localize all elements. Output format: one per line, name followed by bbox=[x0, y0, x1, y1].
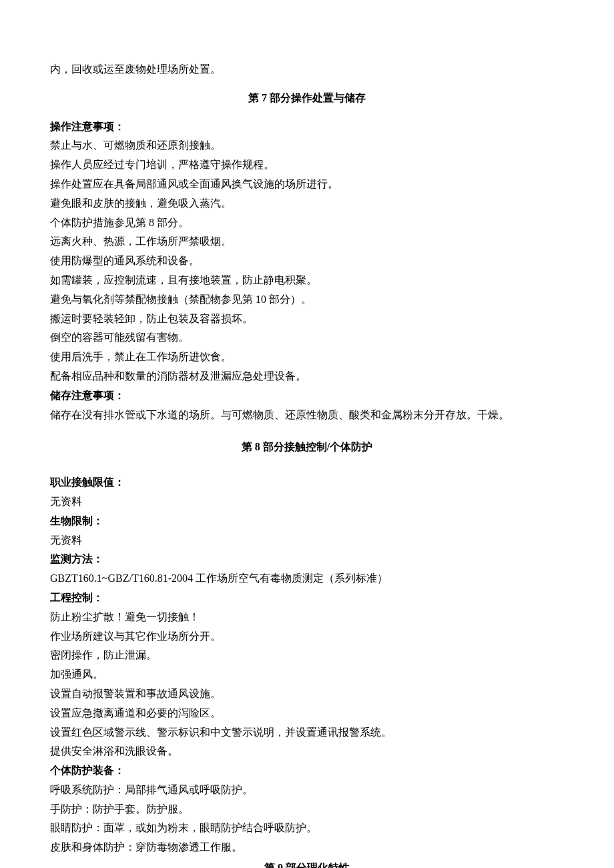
operation-precaution-line: 避免与氧化剂等禁配物接触（禁配物参见第 10 部分）。 bbox=[50, 290, 564, 310]
operation-precaution-line: 搬运时要轻装轻卸，防止包装及容器损坏。 bbox=[50, 310, 564, 329]
previous-section-fragment: 内，回收或运至废物处理场所处置。 bbox=[50, 60, 564, 79]
section-9-title: 第 9 部分理化特性 bbox=[50, 859, 564, 868]
monitoring-method-text: GBZT160.1~GBZ/T160.81-2004 工作场所空气有毒物质测定（… bbox=[50, 569, 564, 588]
section-7-title: 第 7 部分操作处置与储存 bbox=[50, 89, 564, 108]
ppe-line: 眼睛防护：面罩，或如为粉末，眼睛防护结合呼吸防护。 bbox=[50, 819, 564, 838]
operation-precaution-line: 倒空的容器可能残留有害物。 bbox=[50, 328, 564, 348]
occupational-exposure-text: 无资料 bbox=[50, 492, 564, 512]
operation-precaution-line: 远离火种、热源，工作场所严禁吸烟。 bbox=[50, 232, 564, 252]
biological-limit-text: 无资料 bbox=[50, 531, 564, 550]
engineering-control-line: 加强通风。 bbox=[50, 665, 564, 685]
biological-limit-heading: 生物限制： bbox=[50, 512, 564, 531]
engineering-control-line: 设置应急撤离通道和必要的泻险区。 bbox=[50, 704, 564, 723]
occupational-exposure-heading: 职业接触限值： bbox=[50, 473, 564, 492]
operation-precaution-line: 配备相应品种和数量的消防器材及泄漏应急处理设备。 bbox=[50, 367, 564, 386]
engineering-control-line: 防止粉尘扩散！避免一切接触！ bbox=[50, 608, 564, 627]
engineering-control-line: 设置红色区域警示线、警示标识和中文警示说明，并设置通讯报警系统。 bbox=[50, 723, 564, 743]
ppe-line: 皮肤和身体防护：穿防毒物渗透工作服。 bbox=[50, 838, 564, 857]
engineering-control-line: 设置自动报警装置和事故通风设施。 bbox=[50, 685, 564, 704]
operation-precaution-line: 避免眼和皮肤的接触，避免吸入蒸汽。 bbox=[50, 194, 564, 213]
operation-precaution-line: 操作人员应经过专门培训，严格遵守操作规程。 bbox=[50, 155, 564, 175]
operation-precautions-heading: 操作注意事项： bbox=[50, 117, 564, 137]
operation-precaution-line: 如需罐装，应控制流速，且有接地装置，防止静电积聚。 bbox=[50, 271, 564, 290]
operation-precaution-line: 使用防爆型的通风系统和设备。 bbox=[50, 252, 564, 271]
engineering-control-line: 提供安全淋浴和洗眼设备。 bbox=[50, 742, 564, 761]
monitoring-method-heading: 监测方法： bbox=[50, 550, 564, 569]
operation-precaution-line: 禁止与水、可燃物质和还原剂接触。 bbox=[50, 136, 564, 155]
ppe-heading: 个体防护装备： bbox=[50, 761, 564, 781]
ppe-line: 手防护：防护手套。防护服。 bbox=[50, 800, 564, 819]
ppe-line: 呼吸系统防护：局部排气通风或呼吸防护。 bbox=[50, 781, 564, 800]
storage-precautions-text: 储存在没有排水管或下水道的场所。与可燃物质、还原性物质、酸类和金属粉末分开存放。… bbox=[50, 406, 564, 425]
storage-precautions-heading: 储存注意事项： bbox=[50, 386, 564, 406]
operation-precaution-line: 使用后洗手，禁止在工作场所进饮食。 bbox=[50, 348, 564, 367]
engineering-control-heading: 工程控制： bbox=[50, 588, 564, 608]
engineering-control-line: 作业场所建议与其它作业场所分开。 bbox=[50, 627, 564, 646]
operation-precaution-line: 操作处置应在具备局部通风或全面通风换气设施的场所进行。 bbox=[50, 175, 564, 194]
engineering-control-line: 密闭操作，防止泄漏。 bbox=[50, 646, 564, 665]
section-8-title: 第 8 部分接触控制/个体防护 bbox=[50, 438, 564, 457]
operation-precaution-line: 个体防护措施参见第 8 部分。 bbox=[50, 213, 564, 233]
